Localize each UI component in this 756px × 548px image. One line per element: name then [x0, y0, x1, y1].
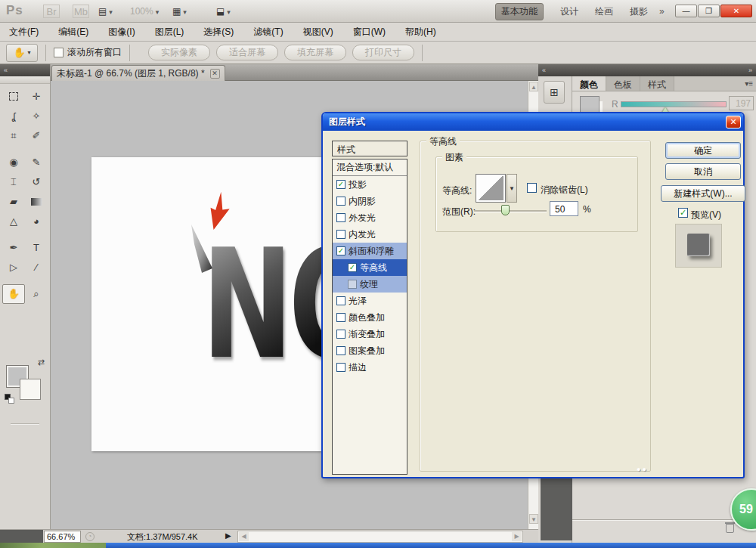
- new-style-button[interactable]: 新建样式(W)...: [661, 185, 745, 202]
- document-tab[interactable]: 未标题-1 @ 66.7% (图层 1, RGB/8) * ✕: [51, 65, 225, 81]
- zoom-preset-button[interactable]: 适合屏幕: [216, 45, 278, 60]
- type-tool[interactable]: T: [25, 238, 48, 258]
- minimize-button[interactable]: —: [675, 5, 697, 17]
- range-slider-track[interactable]: [474, 210, 547, 212]
- scroll-left-icon[interactable]: ◀: [239, 532, 249, 541]
- panel-tab-色板[interactable]: 色板: [606, 76, 640, 91]
- workspace-tab[interactable]: 摄影: [630, 5, 648, 18]
- panel-menu-icon[interactable]: ▾≡: [745, 79, 753, 88]
- style-item[interactable]: 内阴影: [333, 193, 407, 209]
- collapse-icon[interactable]: «: [542, 64, 546, 76]
- style-checkbox[interactable]: [336, 313, 345, 322]
- healing-brush-tool[interactable]: ◉: [2, 153, 25, 172]
- style-item[interactable]: ✓斜面和浮雕: [333, 243, 407, 259]
- style-checkbox[interactable]: ✓: [336, 180, 345, 189]
- arrange-documents-button[interactable]: ▦▾: [172, 4, 187, 19]
- contour-dropdown-icon[interactable]: ▼: [507, 174, 517, 203]
- tools-panel-header[interactable]: «: [0, 64, 50, 76]
- move-tool[interactable]: ✛: [25, 87, 48, 107]
- magic-wand-tool[interactable]: ✧: [25, 107, 48, 126]
- hand-tool[interactable]: ✋: [2, 284, 25, 304]
- style-item[interactable]: 内发光: [333, 226, 407, 243]
- red-channel-slider[interactable]: [621, 101, 727, 107]
- style-checkbox[interactable]: [336, 197, 345, 206]
- red-channel-value[interactable]: 197: [729, 96, 754, 110]
- view-extras-button[interactable]: ▤▾: [98, 4, 113, 19]
- scroll-down-icon[interactable]: ▼: [529, 514, 538, 524]
- style-checkbox[interactable]: ✓: [336, 246, 345, 255]
- dialog-title-bar[interactable]: 图层样式: [323, 113, 743, 131]
- menu-item[interactable]: 视图(V): [303, 26, 333, 39]
- range-value-field[interactable]: 50: [550, 201, 578, 216]
- hand-tool-preset[interactable]: ✋▾: [6, 44, 38, 62]
- eraser-tool[interactable]: ▰: [2, 192, 25, 212]
- path-selection-tool[interactable]: ▷: [2, 258, 25, 277]
- style-item[interactable]: 描边: [333, 359, 407, 376]
- status-zoom-field[interactable]: 66.67%: [44, 531, 81, 543]
- swap-colors-icon[interactable]: ⇄: [38, 358, 45, 367]
- clone-stamp-tool[interactable]: ⌶: [2, 172, 25, 192]
- menu-item[interactable]: 文件(F): [9, 26, 39, 39]
- antialias-checkbox[interactable]: [527, 183, 537, 193]
- style-checkbox[interactable]: [336, 363, 345, 372]
- menu-item[interactable]: 帮助(H): [405, 26, 436, 39]
- trash-icon[interactable]: [726, 524, 734, 533]
- zoom-tool[interactable]: ⌕: [25, 284, 48, 304]
- zoom-preset-button[interactable]: 实际像素: [148, 45, 210, 60]
- contour-thumbnail[interactable]: [476, 174, 506, 203]
- lasso-tool[interactable]: ʆ: [2, 107, 25, 126]
- dock-header[interactable]: « »: [538, 64, 756, 76]
- line-tool[interactable]: ∕: [25, 258, 48, 277]
- style-checkbox[interactable]: [348, 280, 357, 289]
- workspace-tab[interactable]: 设计: [560, 5, 578, 18]
- style-item[interactable]: 外发光: [333, 209, 407, 226]
- style-checkbox[interactable]: [336, 330, 345, 339]
- style-item[interactable]: ✓等高线: [333, 259, 407, 276]
- zoom-preset-button[interactable]: 打印尺寸: [352, 45, 414, 60]
- bridge-icon[interactable]: Br: [43, 5, 60, 18]
- style-item[interactable]: 混合选项:默认: [333, 159, 407, 176]
- style-item[interactable]: ✓投影: [333, 176, 407, 193]
- zoom-level-combo[interactable]: 100%▾: [130, 4, 159, 19]
- menu-item[interactable]: 选择(S): [203, 26, 234, 39]
- menu-item[interactable]: 编辑(E): [58, 26, 88, 39]
- menu-item[interactable]: 图像(I): [108, 26, 135, 39]
- style-checkbox[interactable]: [336, 346, 345, 355]
- pen-tool[interactable]: ✒: [2, 238, 25, 258]
- style-item[interactable]: 颜色叠加: [333, 309, 407, 326]
- dodge-tool[interactable]: ◕: [25, 212, 48, 231]
- style-checkbox[interactable]: [336, 213, 345, 222]
- tools-panel-grip[interactable]: [0, 76, 50, 84]
- expand-icon[interactable]: »: [748, 64, 752, 76]
- workspace-overflow-button[interactable]: »: [659, 4, 665, 19]
- ok-button[interactable]: 确定: [665, 142, 741, 159]
- style-item[interactable]: 纹理: [333, 276, 407, 293]
- panel-tab-颜色[interactable]: 颜色: [572, 76, 606, 91]
- gradient-tool[interactable]: [25, 192, 48, 212]
- brush-tool[interactable]: ✎: [25, 153, 48, 172]
- history-brush-tool[interactable]: ↺: [25, 172, 48, 192]
- blur-tool[interactable]: △: [2, 212, 25, 231]
- dialog-close-button[interactable]: ✕: [726, 116, 741, 128]
- style-checkbox[interactable]: [336, 296, 345, 305]
- rectangular-marquee-tool[interactable]: [2, 87, 25, 107]
- close-tab-icon[interactable]: ✕: [210, 69, 220, 79]
- restore-button[interactable]: ❐: [698, 5, 720, 17]
- menu-item[interactable]: 窗口(W): [353, 26, 386, 39]
- eyedropper-tool[interactable]: ✐: [25, 126, 48, 146]
- menu-item[interactable]: 滤镜(T): [253, 26, 283, 39]
- default-colors-icon[interactable]: [5, 394, 14, 403]
- workspace-tab[interactable]: 绘画: [595, 5, 613, 18]
- screen-mode-button[interactable]: ⬓▾: [216, 4, 231, 19]
- range-slider-thumb[interactable]: [501, 205, 510, 215]
- mini-bridge-icon[interactable]: Mb: [73, 5, 89, 18]
- panel-tab-样式[interactable]: 样式: [640, 76, 674, 91]
- background-color-swatch[interactable]: [20, 379, 41, 400]
- style-checkbox[interactable]: [336, 230, 345, 239]
- close-button[interactable]: ✕: [720, 5, 752, 17]
- status-menu-icon[interactable]: ▶: [225, 531, 231, 540]
- style-checkbox[interactable]: ✓: [348, 263, 357, 272]
- cancel-button[interactable]: 取消: [665, 163, 741, 180]
- scroll-up-icon[interactable]: ▲: [529, 82, 538, 91]
- history-panel-icon[interactable]: ⊞: [544, 81, 565, 104]
